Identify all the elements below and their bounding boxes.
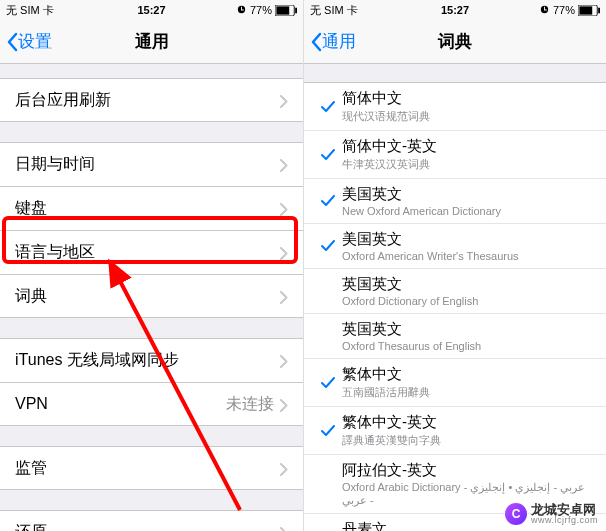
dictionary-item[interactable]: 繁体中文-英文譯典通英漢雙向字典 bbox=[304, 407, 606, 455]
chevron-right-icon bbox=[280, 94, 288, 107]
dictionary-item-title: 美国英文 bbox=[342, 185, 591, 204]
check-icon bbox=[314, 377, 342, 389]
check-icon bbox=[314, 240, 342, 252]
cell-label: 键盘 bbox=[15, 198, 280, 219]
status-bar: 无 SIM 卡 15:27 77% bbox=[304, 0, 606, 20]
cell-keyboard[interactable]: 键盘 bbox=[0, 186, 303, 230]
cell-label: 还原 bbox=[15, 522, 280, 531]
cell-language-region[interactable]: 语言与地区 bbox=[0, 230, 303, 274]
nav-bar: 通用 词典 bbox=[304, 20, 606, 64]
cell-label: 日期与时间 bbox=[15, 154, 280, 175]
cell-label: 后台应用刷新 bbox=[15, 90, 280, 111]
svg-rect-6 bbox=[598, 7, 600, 13]
back-button[interactable]: 设置 bbox=[0, 30, 52, 53]
screen-general: 无 SIM 卡 15:27 77% 设置 通用 bbox=[0, 0, 303, 531]
chevron-right-icon bbox=[280, 202, 288, 215]
dictionary-item-subtitle: 现代汉语规范词典 bbox=[342, 109, 591, 124]
status-time: 15:27 bbox=[137, 4, 165, 16]
battery-icon bbox=[578, 5, 600, 16]
group-bg: 后台应用刷新 bbox=[0, 78, 303, 122]
nav-title: 通用 bbox=[135, 30, 169, 53]
cell-value: 未连接 bbox=[226, 394, 274, 415]
chevron-right-icon bbox=[280, 158, 288, 171]
dictionary-item-subtitle: 五南國語活用辭典 bbox=[342, 385, 591, 400]
group-reset: 还原 关机 bbox=[0, 510, 303, 531]
cell-label: 语言与地区 bbox=[15, 242, 280, 263]
alarm-icon bbox=[539, 4, 550, 17]
dictionary-item[interactable]: 美国英文Oxford American Writer's Thesaurus bbox=[304, 224, 606, 269]
dictionary-item[interactable]: 美国英文New Oxford American Dictionary bbox=[304, 179, 606, 224]
check-icon bbox=[314, 195, 342, 207]
dictionary-item-title: 繁体中文-英文 bbox=[342, 413, 591, 432]
chevron-right-icon bbox=[280, 462, 288, 475]
chevron-right-icon bbox=[280, 290, 288, 303]
check-icon bbox=[314, 425, 342, 437]
carrier-text: 无 SIM 卡 bbox=[6, 3, 54, 18]
status-bar: 无 SIM 卡 15:27 77% bbox=[0, 0, 303, 20]
chevron-left-icon bbox=[310, 32, 322, 52]
chevron-right-icon bbox=[280, 526, 288, 531]
svg-rect-1 bbox=[276, 6, 289, 14]
back-label: 设置 bbox=[18, 30, 52, 53]
dictionary-item-subtitle: Oxford Dictionary of English bbox=[342, 295, 591, 307]
back-label: 通用 bbox=[322, 30, 356, 53]
watermark-url: www.lcjrfg.com bbox=[531, 516, 598, 525]
dictionary-item[interactable]: 简体中文-英文牛津英汉汉英词典 bbox=[304, 131, 606, 179]
dictionary-item-title: 美国英文 bbox=[342, 230, 591, 249]
cell-itunes-wifi-sync[interactable]: iTunes 无线局域网同步 bbox=[0, 338, 303, 382]
cell-reset[interactable]: 还原 bbox=[0, 510, 303, 531]
check-icon bbox=[314, 101, 342, 113]
cell-label: VPN bbox=[15, 395, 226, 413]
dictionary-list: 简体中文现代汉语规范词典简体中文-英文牛津英汉汉英词典美国英文New Oxfor… bbox=[304, 82, 606, 531]
chevron-right-icon bbox=[280, 354, 288, 367]
cell-label: iTunes 无线局域网同步 bbox=[15, 350, 280, 371]
status-time: 15:27 bbox=[441, 4, 469, 16]
watermark-logo-icon: C bbox=[505, 503, 527, 525]
dictionary-item[interactable]: 繁体中文五南國語活用辭典 bbox=[304, 359, 606, 407]
battery-pct: 77% bbox=[553, 4, 575, 16]
cell-date-time[interactable]: 日期与时间 bbox=[0, 142, 303, 186]
dictionary-item-title: 繁体中文 bbox=[342, 365, 591, 384]
dictionary-item-title: 阿拉伯文-英文 bbox=[342, 461, 591, 480]
svg-rect-5 bbox=[579, 6, 592, 14]
dictionary-item-subtitle: 譯典通英漢雙向字典 bbox=[342, 433, 591, 448]
cell-label: 监管 bbox=[15, 458, 280, 479]
cell-dictionary[interactable]: 词典 bbox=[0, 274, 303, 318]
dictionary-item-title: 简体中文-英文 bbox=[342, 137, 591, 156]
nav-title: 词典 bbox=[438, 30, 472, 53]
carrier-text: 无 SIM 卡 bbox=[310, 3, 358, 18]
watermark: C 龙城安卓网 www.lcjrfg.com bbox=[505, 503, 598, 525]
chevron-right-icon bbox=[280, 246, 288, 259]
dictionary-item-subtitle: Oxford American Writer's Thesaurus bbox=[342, 250, 591, 262]
dictionary-item-title: 英国英文 bbox=[342, 320, 591, 339]
screen-dictionary: 无 SIM 卡 15:27 77% 通用 词典 简体中文现代汉语规范词典简体中文… bbox=[303, 0, 606, 531]
dictionary-item-title: 简体中文 bbox=[342, 89, 591, 108]
back-button[interactable]: 通用 bbox=[304, 30, 356, 53]
chevron-right-icon bbox=[280, 398, 288, 411]
group-network: iTunes 无线局域网同步 VPN 未连接 bbox=[0, 338, 303, 426]
cell-profiles[interactable]: 监管 bbox=[0, 446, 303, 490]
dictionary-item[interactable]: 英国英文Oxford Thesaurus of English bbox=[304, 314, 606, 359]
battery-icon bbox=[275, 5, 297, 16]
alarm-icon bbox=[236, 4, 247, 17]
svg-rect-2 bbox=[295, 7, 297, 13]
nav-bar: 设置 通用 bbox=[0, 20, 303, 64]
dictionary-item[interactable]: 简体中文现代汉语规范词典 bbox=[304, 83, 606, 131]
check-icon bbox=[314, 149, 342, 161]
cell-label: 词典 bbox=[15, 286, 280, 307]
cell-bg-refresh[interactable]: 后台应用刷新 bbox=[0, 78, 303, 122]
cell-vpn[interactable]: VPN 未连接 bbox=[0, 382, 303, 426]
dictionary-item-subtitle: Oxford Thesaurus of English bbox=[342, 340, 591, 352]
group-localization: 日期与时间 键盘 语言与地区 词典 bbox=[0, 142, 303, 318]
battery-pct: 77% bbox=[250, 4, 272, 16]
group-profiles: 监管 bbox=[0, 446, 303, 490]
dictionary-item-subtitle: New Oxford American Dictionary bbox=[342, 205, 591, 217]
dictionary-item-subtitle: 牛津英汉汉英词典 bbox=[342, 157, 591, 172]
chevron-left-icon bbox=[6, 32, 18, 52]
dictionary-item-title: 英国英文 bbox=[342, 275, 591, 294]
dictionary-item[interactable]: 英国英文Oxford Dictionary of English bbox=[304, 269, 606, 314]
